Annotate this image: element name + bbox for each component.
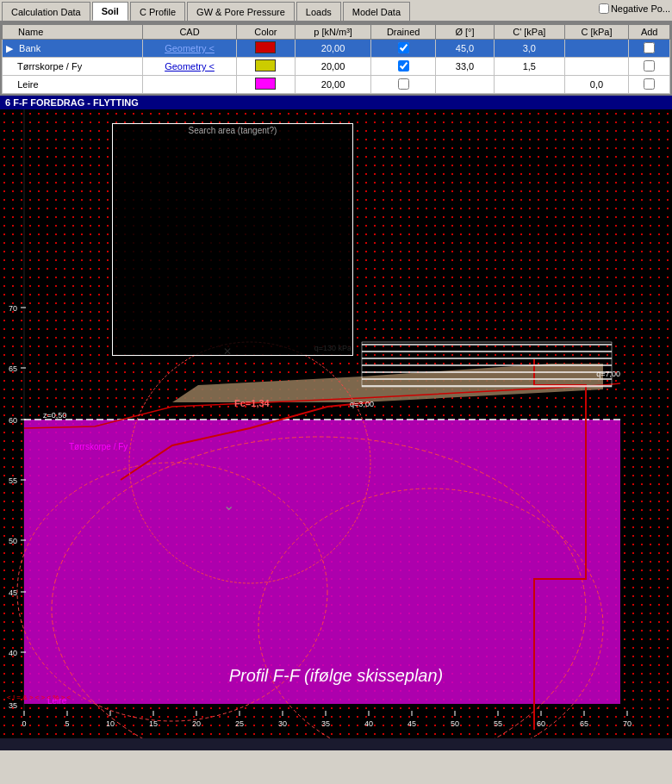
negative-pore-area: Negative Po... [599,3,670,14]
row-c [564,58,629,76]
elev-label: z=0,50 [43,411,66,420]
row-add[interactable] [629,58,670,76]
row-color [236,58,295,76]
add-checkbox[interactable] [644,60,655,72]
row-c [564,40,629,58]
table-row[interactable]: Tørrskorpe / Fy Geometry < 20,00 33,0 1,… [3,58,670,76]
soil-table-container: Name CAD Color p [kN/m³] Drained Ø [°] C… [0,22,672,96]
svg-text:30: 30 [278,719,287,728]
svg-text:70: 70 [623,719,632,728]
vis-canvas[interactable]: ✕ 70 65 60 55 50 45 40 35 [0,109,672,738]
svg-text:70: 70 [9,304,17,313]
table-row[interactable]: Leire 20,00 0,0 [3,76,670,94]
svg-text:55: 55 [9,476,17,485]
col-header-cad: CAD [143,25,237,40]
col-header-cprime: C' [kPa] [495,25,565,40]
visualization-panel: 6 F-F FOREDRAG - FLYTTING [0,96,672,750]
warning-text: < ! = & > < > < % > < [7,694,72,701]
torrskorpe-polygon [24,420,620,704]
negative-pore-checkbox[interactable] [599,3,609,14]
row-drained[interactable] [371,58,436,76]
svg-text:5: 5 [65,719,69,728]
tab-c-profile[interactable]: C Profile [130,2,185,21]
svg-text:10: 10 [106,719,115,728]
fc-label: Fc=1,34 [234,398,270,408]
tab-calculation-data[interactable]: Calculation Data [2,2,90,21]
row-density: 20,00 [295,76,370,94]
col-header-add: Add [629,25,670,40]
search-area-box: Search area (tangent?) [112,123,353,356]
add-checkbox[interactable] [644,78,655,90]
row-name: Tørrskorpe / Fy [3,58,143,76]
svg-text:20: 20 [192,719,201,728]
svg-text:15: 15 [149,719,158,728]
q-right-label: q=7,00 [596,370,620,378]
svg-text:50: 50 [451,719,459,728]
soil-table: Name CAD Color p [kN/m³] Drained Ø [°] C… [2,24,670,94]
tab-loads[interactable]: Loads [296,2,341,21]
row-arrow: ▶ [6,43,13,53]
row-name: Leire [3,76,143,94]
col-header-density: p [kN/m³] [295,25,370,40]
row-drained[interactable] [371,40,436,58]
row-cad[interactable]: Geometry < [143,40,237,58]
load-hatch [362,342,612,387]
svg-text:60: 60 [9,416,17,425]
svg-text:40: 40 [364,719,373,728]
row-drained[interactable] [371,76,436,94]
row-cad [143,76,237,94]
svg-text:35: 35 [321,719,330,728]
negative-pore-label: Negative Po... [611,3,670,14]
row-phi: 45,0 [436,40,495,58]
row-cprime: 3,0 [495,40,565,58]
row-color [236,40,295,58]
row-density: 20,00 [295,58,370,76]
col-header-name: Name [3,25,143,40]
row-density: 20,00 [295,40,370,58]
drained-checkbox[interactable] [398,42,409,53]
row-cprime: 1,5 [495,58,565,76]
vis-title: 6 F-F FOREDRAG - FLYTTING [0,96,672,109]
row-phi: 33,0 [436,58,495,76]
row-name: ▶ Bank [3,40,143,58]
svg-text:60: 60 [537,719,545,728]
svg-text:35: 35 [9,701,17,710]
add-checkbox[interactable] [644,42,655,53]
tab-gw-pore[interactable]: GW & Pore Pressure [187,2,295,21]
row-color [236,76,295,94]
svg-text:55: 55 [494,719,502,728]
row-c: 0,0 [564,76,629,94]
drained-checkbox[interactable] [398,60,409,72]
tabs-bar: Calculation Data Soil C Profile GW & Por… [0,0,672,22]
table-row[interactable]: ▶ Bank Geometry < 20,00 45,0 3,0 [3,40,670,58]
col-header-c: C [kPa] [564,25,629,40]
tab-model-data[interactable]: Model Data [343,2,410,21]
svg-text:50: 50 [9,537,17,545]
search-area-label: Search area (tangent?) [113,124,352,135]
drained-checkbox[interactable] [398,78,409,90]
svg-text:45: 45 [408,719,416,728]
tab-soil[interactable]: Soil [92,2,128,21]
col-header-color: Color [236,25,295,40]
col-header-drained: Drained [371,25,436,40]
svg-text:45: 45 [9,588,17,597]
svg-text:65: 65 [580,719,588,728]
row-phi [436,76,495,94]
row-add[interactable] [629,76,670,94]
row-cad[interactable]: Geometry < [143,58,237,76]
svg-text:40: 40 [9,649,17,657]
q-ground-label: q=3,00 [350,400,374,408]
svg-text:65: 65 [9,364,17,373]
chevron-down-icon: ⌄ [223,498,234,513]
vis-caption: Profil F-F (ifølge skisseplan) [229,666,444,685]
row-cprime [495,76,565,94]
row-add[interactable] [629,40,670,58]
svg-text:0: 0 [22,719,26,728]
col-header-phi: Ø [°] [436,25,495,40]
svg-text:25: 25 [235,719,244,728]
torrskorpe-label: Tørrskorpe / Fy [69,442,128,451]
